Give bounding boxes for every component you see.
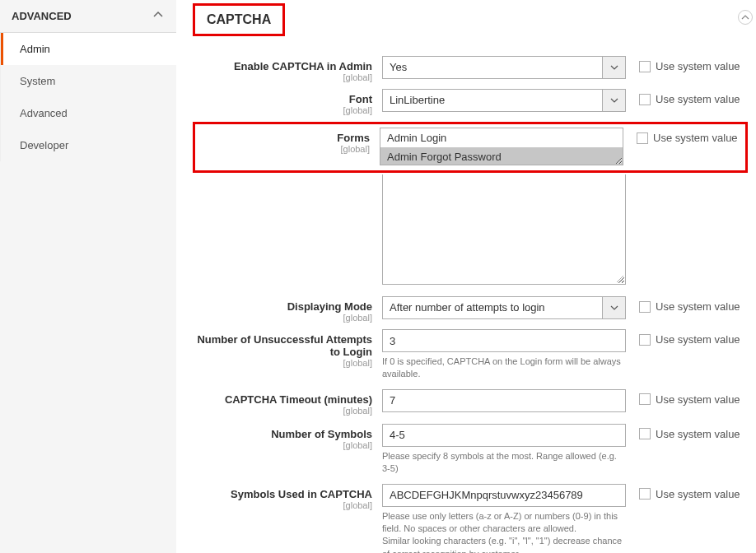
input-symbols-count[interactable] [382,424,626,447]
forms-option-admin-login[interactable]: Admin Login [380,128,623,147]
checkbox-symbols-used-sys[interactable] [639,488,651,500]
sidebar-item-developer[interactable]: Developer [1,129,176,161]
select-enable-captcha[interactable]: Yes [382,56,626,79]
label-enable-captcha: Enable CAPTCHA in Admin [234,60,372,72]
label-font: Font [349,93,372,105]
multiselect-forms-ext[interactable] [382,174,626,285]
input-attempts[interactable] [382,329,626,352]
sys-label: Use system value [656,60,740,72]
hint-symbols-used: Please use only letters (a-z or A-Z) or … [382,510,626,553]
hint-symbols-count: Please specify 8 symbols at the most. Ra… [382,450,626,476]
checkbox-mode-sys[interactable] [639,301,651,313]
sidebar: ADVANCED Admin System Advanced Developer [0,0,176,553]
collapse-section-icon[interactable] [738,10,753,25]
chevron-up-icon [152,8,165,24]
multiselect-forms[interactable]: Admin Login Admin Forgot Password [380,128,623,165]
checkbox-enable-sys[interactable] [639,61,651,72]
chevron-down-icon [602,297,625,318]
checkbox-font-sys[interactable] [639,94,651,105]
label-displaying-mode: Displaying Mode [287,300,372,313]
checkbox-attempts-sys[interactable] [639,334,651,346]
label-attempts: Number of Unsuccessful Attempts to Login [197,333,372,358]
input-symbols-used[interactable] [382,484,626,507]
sidebar-header-label: ADVANCED [12,10,72,22]
checkbox-symbols-count-sys[interactable] [639,428,651,439]
section-title-captcha[interactable]: CAPTCHA [195,6,282,34]
sidebar-item-advanced[interactable]: Advanced [1,97,176,129]
select-font[interactable]: LinLibertine [382,89,626,112]
forms-option-admin-forgot-password[interactable]: Admin Forgot Password [380,147,623,165]
select-displaying-mode[interactable]: After number of attempts to login [382,296,626,319]
checkbox-forms-sys[interactable] [637,132,648,144]
input-timeout[interactable] [382,389,626,412]
resize-handle-icon[interactable] [616,275,624,283]
label-symbols-count: Number of Symbols [271,428,372,440]
scope-global: [global] [193,72,372,82]
label-symbols-used: Symbols Used in CAPTCHA [231,488,372,500]
sidebar-item-admin[interactable]: Admin [1,33,176,65]
sidebar-item-system[interactable]: System [1,65,176,97]
chevron-down-icon [602,90,625,111]
hint-attempts: If 0 is specified, CAPTCHA on the Login … [382,356,626,381]
sidebar-section-advanced[interactable]: ADVANCED [0,0,176,33]
main-content: CAPTCHA Enable CAPTCHA in Admin [global]… [176,0,756,553]
checkbox-timeout-sys[interactable] [639,393,651,405]
label-forms: Forms [337,132,370,144]
chevron-down-icon [602,57,625,78]
label-timeout: CAPTCHA Timeout (minutes) [225,393,372,406]
